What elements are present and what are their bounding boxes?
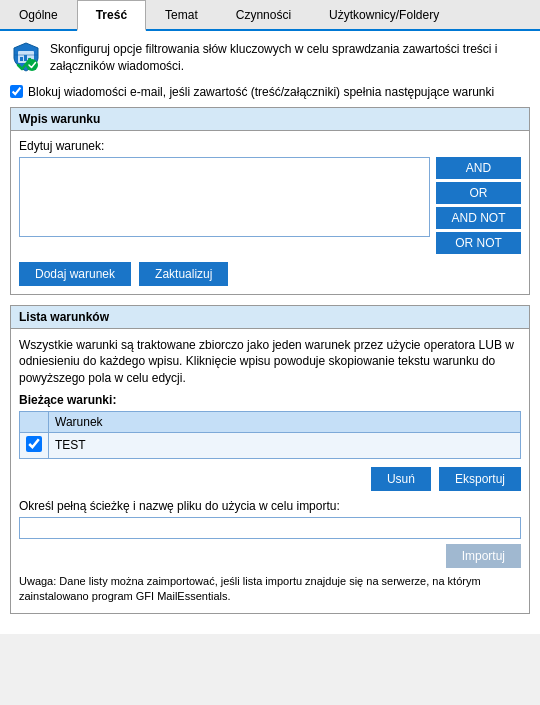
delete-button[interactable]: Usuń	[371, 467, 431, 491]
add-update-row: Dodaj warunek Zaktualizuj	[19, 262, 521, 286]
row-value-cell: TEST	[49, 432, 521, 458]
or-not-button[interactable]: OR NOT	[436, 232, 521, 254]
svg-rect-2	[24, 55, 27, 61]
block-checkbox-label: Blokuj wiadomości e-mail, jeśli zawartoś…	[28, 85, 494, 99]
row-checkbox-cell	[20, 432, 49, 458]
and-not-button[interactable]: AND NOT	[436, 207, 521, 229]
wpis-warunku-section: Wpis warunku Edytuj warunek: AND OR AND …	[10, 107, 530, 295]
table-warunek-header: Warunek	[49, 411, 521, 432]
block-checkbox[interactable]	[10, 85, 23, 98]
table-checkbox-col-header	[20, 411, 49, 432]
wpis-warunku-body: Edytuj warunek: AND OR AND NOT OR NOT Do…	[11, 131, 529, 294]
edit-row: AND OR AND NOT OR NOT	[19, 157, 521, 254]
lista-warunkow-header: Lista warunków	[11, 306, 529, 329]
block-checkbox-row: Blokuj wiadomości e-mail, jeśli zawartoś…	[10, 85, 530, 99]
or-button[interactable]: OR	[436, 182, 521, 204]
delete-export-row: Usuń Eksportuj	[19, 467, 521, 491]
wpis-warunku-header: Wpis warunku	[11, 108, 529, 131]
add-condition-button[interactable]: Dodaj warunek	[19, 262, 131, 286]
conditions-table: Warunek TEST	[19, 411, 521, 459]
and-button[interactable]: AND	[436, 157, 521, 179]
import-button[interactable]: Importuj	[446, 544, 521, 568]
lista-warunkow-body: Wszystkie warunki są traktowane zbiorczo…	[11, 329, 529, 613]
shield-icon	[10, 41, 42, 73]
tab-ogolne[interactable]: Ogólne	[0, 0, 77, 29]
update-button[interactable]: Zaktualizuj	[139, 262, 228, 286]
row-checkbox[interactable]	[26, 436, 42, 452]
tab-temat[interactable]: Temat	[146, 0, 217, 29]
current-conditions-label: Bieżące warunki:	[19, 393, 521, 407]
tab-czynnosci[interactable]: Czynności	[217, 0, 310, 29]
logic-buttons-group: AND OR AND NOT OR NOT	[436, 157, 521, 254]
tab-uzytkownicy[interactable]: Użytkownicy/Foldery	[310, 0, 458, 29]
info-description: Skonfiguruj opcje filtrowania słów klucz…	[50, 41, 530, 75]
import-label: Określ pełną ścieżkę i nazwę pliku do uż…	[19, 499, 521, 513]
import-btn-row: Importuj	[19, 544, 521, 568]
main-content: Skonfiguruj opcje filtrowania słów klucz…	[0, 31, 540, 634]
tab-tresc[interactable]: Treść	[77, 0, 146, 31]
svg-rect-1	[20, 57, 23, 61]
svg-point-4	[26, 59, 38, 71]
list-description: Wszystkie warunki są traktowane zbiorczo…	[19, 337, 521, 387]
condition-textarea[interactable]	[19, 157, 430, 237]
import-input[interactable]	[19, 517, 521, 539]
tabs-bar: Ogólne Treść Temat Czynności Użytkownicy…	[0, 0, 540, 31]
edit-condition-label: Edytuj warunek:	[19, 139, 521, 153]
lista-warunkow-section: Lista warunków Wszystkie warunki są trak…	[10, 305, 530, 614]
import-note: Uwaga: Dane listy można zaimportować, je…	[19, 574, 521, 605]
export-button[interactable]: Eksportuj	[439, 467, 521, 491]
info-row: Skonfiguruj opcje filtrowania słów klucz…	[10, 41, 530, 75]
table-row[interactable]: TEST	[20, 432, 521, 458]
